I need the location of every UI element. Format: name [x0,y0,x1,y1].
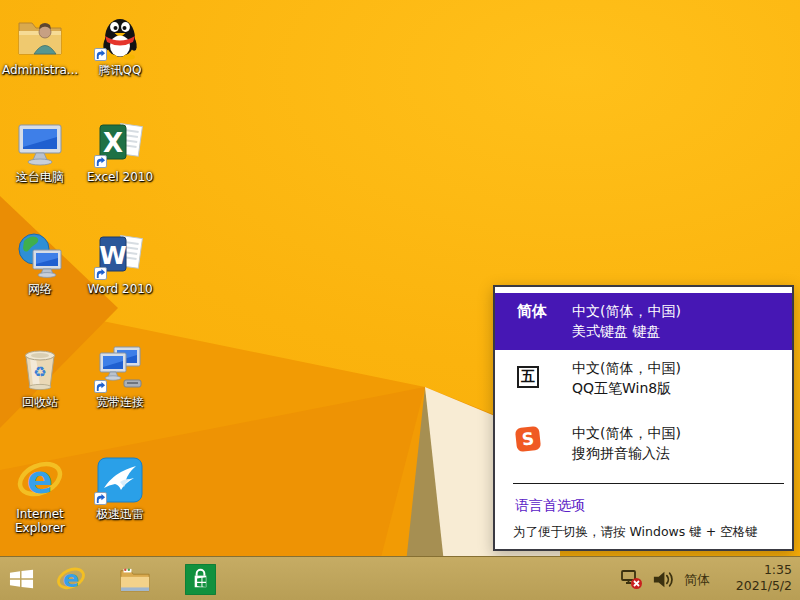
desktop-screen: Administra... 腾讯QQ [0,0,800,600]
desktop-icon-label: 腾讯QQ [82,63,158,77]
language-name: 中文(简体，中国) [572,423,681,443]
desktop-icon-excel[interactable]: X Excel 2010 [82,119,158,184]
internet-explorer-icon: e [16,456,64,504]
language-badge: 简体 [517,302,547,321]
taskbar-store-button[interactable] [183,562,217,596]
taskbar-file-explorer-button[interactable] [118,562,152,596]
internet-explorer-icon: e [56,564,86,594]
desktop-icon-internet-explorer[interactable]: e Internet Explorer [2,456,78,535]
user-folder-icon [16,12,64,60]
switch-hint-text: 为了便于切换，请按 Windows 键 + 空格键 [513,524,758,541]
desktop-icon-label: Word 2010 [82,282,158,296]
svg-text:W: W [99,241,127,270]
taskbar-ie-button[interactable]: e [54,562,88,596]
tray-input-language[interactable]: 简体 [684,571,710,589]
svg-text:e: e [27,458,53,502]
tray-volume-button[interactable] [648,562,676,596]
desktop-icon-network[interactable]: 网络 [2,231,78,296]
network-globe-icon [16,231,64,279]
taskbar: e [0,556,800,600]
thunder-bird-icon [96,456,144,504]
desktop-icon-word[interactable]: W Word 2010 [82,231,158,296]
desktop-icon-label: 极速迅雷 [82,507,158,521]
shortcut-arrow-icon [94,267,107,280]
speaker-icon [651,568,674,591]
desktop-icon-label: Internet Explorer [2,507,78,535]
desktop-icon-label: Excel 2010 [82,170,158,184]
divider [513,483,784,484]
desktop-icon-administrator[interactable]: Administra... [2,12,78,77]
shortcut-arrow-icon [94,155,107,168]
shortcut-arrow-icon [94,380,107,393]
svg-text:X: X [103,128,123,158]
language-switcher-popup: 简体 中文(简体，中国) 美式键盘 键盘 五 中文(简体，中国) QQ五笔Win… [493,285,794,551]
language-preferences-link[interactable]: 语言首选项 [515,497,585,515]
qq-penguin-icon [96,12,144,60]
svg-text:e: e [63,565,79,593]
language-item-active[interactable]: 简体 中文(简体，中国) 美式键盘 键盘 [495,293,792,350]
this-pc-icon [16,119,64,167]
start-icon [9,569,34,589]
shortcut-arrow-icon [94,48,107,61]
tray-date: 2021/5/2 [736,578,792,594]
desktop-icon-label: 网络 [2,282,78,296]
broadband-connection-icon [96,344,144,392]
ime-name: QQ五笔Win8版 [572,378,681,398]
recycle-bin-icon: ♻ [16,344,64,392]
excel-icon: X [96,119,144,167]
language-item-wubi[interactable]: 五 中文(简体，中国) QQ五笔Win8版 [495,358,792,416]
desktop-icon-thunder[interactable]: 极速迅雷 [82,456,158,521]
svg-text:♻: ♻ [33,363,46,381]
sogou-icon: S [515,426,541,452]
tray-clock[interactable]: 1:35 2021/5/2 [736,562,792,594]
windows-store-icon [185,564,216,595]
word-icon: W [96,231,144,279]
language-item-sogou[interactable]: S 中文(简体，中国) 搜狗拼音输入法 [495,423,792,481]
tray-time: 1:35 [736,562,792,578]
desktop-icon-broadband[interactable]: 宽带连接 [82,344,158,409]
ime-name: 搜狗拼音输入法 [572,443,681,463]
language-name: 中文(简体，中国) [572,358,681,378]
desktop-icon-label: Administra... [2,63,78,77]
desktop-icon-label: 宽带连接 [82,395,158,409]
tray-network-button[interactable] [618,562,646,596]
desktop-icon-this-pc[interactable]: 这台电脑 [2,119,78,184]
start-button[interactable] [4,562,38,596]
file-explorer-icon [120,566,150,593]
desktop-icon-qq[interactable]: 腾讯QQ [82,12,158,77]
desktop-icon-recycle-bin[interactable]: ♻ 回收站 [2,344,78,409]
shortcut-arrow-icon [94,492,107,505]
desktop-icon-label: 回收站 [2,395,78,409]
wubi-icon: 五 [517,366,539,388]
keyboard-layout: 美式键盘 键盘 [572,321,681,341]
desktop-icon-label: 这台电脑 [2,170,78,184]
language-name: 中文(简体，中国) [572,301,681,321]
network-disconnected-icon [620,567,644,591]
